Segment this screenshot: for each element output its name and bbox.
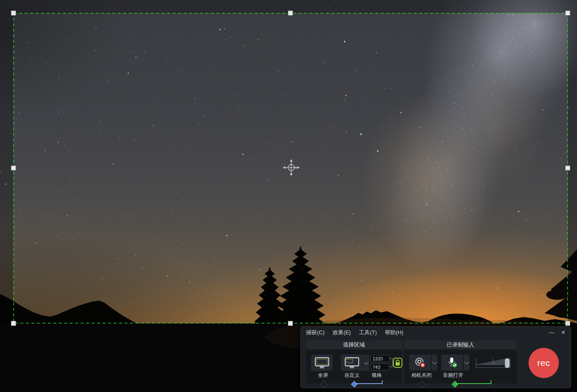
audio-on-badge-icon	[452, 363, 457, 368]
audio-indicator-line	[456, 383, 491, 384]
custom-indicator-diamond[interactable]	[351, 381, 357, 387]
aspect-lock-button[interactable]	[393, 357, 403, 368]
recorded-inputs-section: 已录制输入	[404, 340, 517, 384]
audio-toggle-button[interactable]	[441, 355, 463, 371]
capture-height-input[interactable]	[370, 363, 389, 371]
chevron-down-icon	[364, 360, 368, 364]
audio-level-meter-icon	[475, 355, 511, 370]
audio-level-meter[interactable]	[475, 355, 511, 370]
camera-status-label: 相机关闭	[406, 372, 437, 379]
select-area-section: 选择区域	[306, 340, 402, 384]
custom-region-monitor-icon	[344, 357, 360, 369]
custom-region-dropdown[interactable]	[363, 355, 369, 371]
menu-help[interactable]: 帮助(H)	[385, 329, 403, 336]
menu-capture[interactable]: 捕获(C)	[306, 329, 325, 336]
audio-status-label: 音频打开	[437, 372, 469, 379]
volume-slider-handle[interactable]	[505, 358, 510, 368]
microphone-icon	[446, 357, 458, 368]
camera-toggle-button[interactable]	[409, 355, 431, 371]
menu-bar: 捕获(C) 效果(E) 工具(T) 帮助(H) — ✕	[301, 327, 571, 338]
minimize-button[interactable]: —	[549, 329, 554, 336]
custom-region-button[interactable]	[341, 355, 363, 371]
camera-dropdown[interactable]	[432, 355, 437, 371]
capture-width-input[interactable]	[370, 355, 389, 362]
fullscreen-indicator-diamond[interactable]	[320, 381, 327, 387]
audio-indicator-diamond[interactable]	[451, 381, 458, 387]
spec-label: 规格	[365, 372, 389, 379]
custom-label: 自定义	[340, 372, 364, 379]
chevron-down-icon	[432, 360, 437, 364]
lock-icon	[393, 357, 403, 368]
recorder-panel: 捕获(C) 效果(E) 工具(T) 帮助(H) — ✕ 选择区域	[301, 326, 571, 388]
menu-tools[interactable]: 工具(T)	[359, 329, 377, 336]
audio-indicator-tick	[491, 380, 491, 384]
camera-indicator-diamond[interactable]	[419, 381, 425, 387]
fullscreen-label: 全屏	[311, 372, 335, 379]
menu-effects[interactable]: 效果(E)	[333, 329, 351, 336]
record-button[interactable]: rec	[529, 348, 559, 378]
select-area-title: 选择区域	[306, 340, 402, 349]
fullscreen-button[interactable]	[311, 355, 333, 371]
webcam-icon	[414, 357, 426, 368]
recorded-inputs-title: 已录制输入	[404, 340, 517, 349]
close-button[interactable]: ✕	[561, 329, 566, 336]
audio-dropdown[interactable]	[464, 355, 470, 371]
window-controls: — ✕	[549, 329, 566, 336]
fullscreen-monitor-icon	[314, 357, 330, 369]
custom-indicator-tick	[382, 380, 383, 384]
custom-indicator-line	[355, 383, 383, 384]
camera-off-badge-icon	[420, 363, 425, 368]
chevron-down-icon	[464, 360, 469, 364]
